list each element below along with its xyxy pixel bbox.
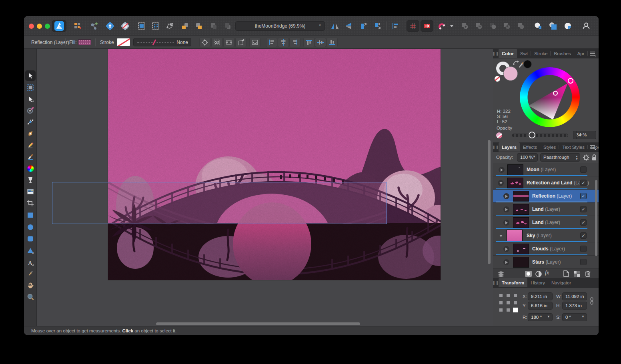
- mask-icon[interactable]: [525, 271, 532, 277]
- bool-subtract-icon[interactable]: [473, 20, 485, 32]
- align-middle-v-icon[interactable]: [315, 38, 326, 47]
- vertical-scrollbar[interactable]: [488, 140, 491, 264]
- h-input[interactable]: 1.373 in: [562, 302, 587, 310]
- tab-transform[interactable]: Transform: [499, 278, 527, 287]
- tab-styles[interactable]: Styles: [540, 142, 559, 152]
- tab-appearance[interactable]: Apr: [574, 49, 588, 58]
- text-tool[interactable]: A: [25, 258, 36, 268]
- tab-swatches[interactable]: Swt: [517, 49, 531, 58]
- align-center-h-icon[interactable]: [278, 38, 289, 47]
- minimize-button[interactable]: [37, 24, 42, 29]
- x-input[interactable]: 9.211 in: [528, 292, 553, 300]
- badge-up-icon[interactable]: [103, 20, 117, 32]
- color-wheel-tool[interactable]: [25, 163, 36, 174]
- layer-visibility-checkbox[interactable]: ✓: [580, 180, 587, 186]
- collapse-arrow-icon[interactable]: [498, 180, 504, 186]
- arrange-backward-icon[interactable]: [371, 20, 384, 32]
- adjustment-icon[interactable]: [535, 271, 542, 277]
- snapping-magnet-icon[interactable]: [435, 20, 448, 32]
- align-top-icon[interactable]: [303, 38, 315, 47]
- layer-row-land-2[interactable]: Land (Layer) ✓: [493, 216, 599, 229]
- flip-vertical-icon[interactable]: [343, 20, 355, 32]
- w-input[interactable]: 11.092 in: [562, 292, 587, 300]
- layers-stack-icon[interactable]: [497, 271, 505, 277]
- show-selection-box-icon[interactable]: [211, 38, 222, 47]
- persona-squares-icon[interactable]: [71, 20, 84, 32]
- layer-visibility-checkbox[interactable]: [580, 246, 587, 252]
- rounded-rectangle-tool[interactable]: [25, 234, 36, 244]
- opacity-slider-thumb[interactable]: [529, 132, 535, 138]
- triangle-tool[interactable]: [25, 246, 36, 256]
- bool-divide-icon[interactable]: [501, 20, 513, 32]
- lock-icon[interactable]: [591, 154, 597, 161]
- tab-brushes[interactable]: Brushes: [551, 49, 574, 58]
- marquee-dense-icon[interactable]: [135, 20, 148, 32]
- align-right-icon[interactable]: [289, 38, 300, 47]
- opacity-slider[interactable]: [512, 134, 568, 137]
- tab-navigator[interactable]: Navigator: [548, 278, 574, 287]
- layers-opacity-dropdown[interactable]: 100 %▼: [517, 153, 538, 162]
- color-triangle[interactable]: [520, 67, 580, 127]
- pixel-grid-icon[interactable]: [407, 20, 419, 32]
- layer-visibility-checkbox[interactable]: ✓: [580, 219, 587, 226]
- rectangle-tool[interactable]: [25, 210, 36, 220]
- layer-row-sky[interactable]: Sky (Layer) ✓: [493, 229, 599, 242]
- node-tool[interactable]: [25, 94, 36, 104]
- expand-arrow-icon[interactable]: [503, 246, 509, 252]
- layer-thumbnail[interactable]: [507, 178, 523, 188]
- gear-icon[interactable]: [583, 154, 590, 161]
- fill-tool[interactable]: [25, 175, 36, 185]
- pen-tool[interactable]: [25, 128, 36, 139]
- expand-arrow-icon[interactable]: [503, 206, 509, 212]
- layer-thumbnail[interactable]: [513, 244, 529, 254]
- layer-row-land[interactable]: Land (Layer) ✓: [493, 203, 599, 216]
- blend-mode-dropdown[interactable]: Passthrough ▲▼: [540, 153, 580, 162]
- rotation-dropdown[interactable]: 180 °▼: [528, 313, 553, 321]
- expand-arrow-icon[interactable]: [503, 220, 509, 226]
- expand-arrow-icon[interactable]: [503, 259, 509, 265]
- stroke-width-slider[interactable]: None: [133, 38, 191, 46]
- stack-orange-up-icon[interactable]: [178, 20, 191, 32]
- layer-row-reflection[interactable]: Reflection (Layer) ✓: [493, 190, 599, 203]
- contour-tool[interactable]: [25, 117, 36, 127]
- tab-text-styles[interactable]: Text Styles: [559, 142, 588, 152]
- new-pixel-layer-icon[interactable]: [574, 271, 580, 277]
- hue-marker[interactable]: [568, 78, 573, 83]
- vector-brush-tool[interactable]: [25, 152, 36, 162]
- canvas-pasteboard[interactable]: [37, 49, 493, 326]
- layers-scrollbar[interactable]: [595, 180, 597, 256]
- flip-horizontal-icon[interactable]: [329, 20, 341, 32]
- align-bottom-icon[interactable]: [327, 38, 338, 47]
- anchor-point-selector[interactable]: [499, 294, 518, 312]
- insert-ontop-icon[interactable]: [561, 20, 575, 32]
- layer-visibility-checkbox[interactable]: [580, 166, 587, 173]
- stroke-swatch[interactable]: [117, 38, 130, 46]
- panel-grip-icon[interactable]: ❚❚: [493, 142, 499, 152]
- opacity-value-dropdown[interactable]: 34 % ▼: [573, 131, 596, 139]
- tab-color[interactable]: Color: [499, 49, 517, 58]
- horizontal-scrollbar[interactable]: [156, 322, 360, 325]
- insert-behind-icon[interactable]: [546, 20, 560, 32]
- link-dimensions-icon[interactable]: [590, 297, 593, 305]
- dup-front-icon[interactable]: [207, 20, 220, 32]
- collapse-arrow-icon[interactable]: [498, 233, 504, 239]
- layer-thumbnail[interactable]: [513, 204, 529, 215]
- document-title[interactable]: theMoonBridge (69.9%) *: [235, 21, 325, 31]
- layer-visibility-checkbox[interactable]: ✓: [580, 193, 587, 199]
- align-icon[interactable]: [389, 20, 402, 32]
- tab-effects[interactable]: Effects: [520, 142, 540, 152]
- transform-origin-icon[interactable]: [199, 38, 210, 47]
- layer-thumbnail[interactable]: [513, 217, 529, 228]
- layer-row-stars[interactable]: Stars (Layer): [493, 256, 599, 269]
- panel-menu-icon[interactable]: [590, 144, 596, 150]
- layer-visibility-checkbox[interactable]: ✓: [580, 232, 587, 239]
- fx-icon[interactable]: fx: [545, 270, 549, 276]
- artboard-tool[interactable]: [25, 82, 36, 93]
- layer-row-reflection-and-land[interactable]: Reflection and Land (Layer) ✓: [493, 176, 599, 190]
- document-canvas[interactable]: [108, 49, 441, 280]
- tab-layers[interactable]: Layers: [499, 142, 520, 152]
- cycle-selection-box-icon[interactable]: [249, 38, 260, 47]
- rotate-box-icon[interactable]: [235, 38, 246, 47]
- fill-color-circle[interactable]: [503, 66, 518, 81]
- vector-crop-tool[interactable]: [25, 198, 36, 208]
